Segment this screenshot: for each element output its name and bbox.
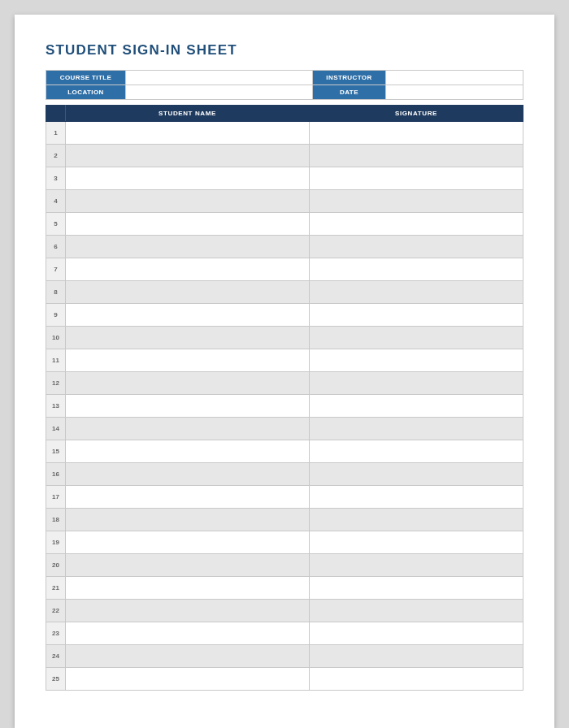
student-name-cell[interactable] [66, 418, 310, 440]
course-title-value[interactable] [126, 71, 313, 85]
meta-table: COURSE TITLE INSTRUCTOR LOCATION DATE [46, 70, 523, 100]
row-number: 19 [46, 531, 66, 554]
signature-cell[interactable] [310, 440, 523, 463]
meta-row-1: COURSE TITLE INSTRUCTOR [46, 71, 523, 85]
signature-cell[interactable] [310, 531, 523, 554]
table-row: 18 [46, 509, 523, 531]
table-row: 7 [46, 258, 523, 281]
student-name-cell[interactable] [66, 554, 310, 577]
date-label: DATE [313, 85, 386, 100]
signature-cell[interactable] [310, 509, 523, 531]
signature-cell[interactable] [310, 486, 523, 509]
student-name-cell[interactable] [66, 258, 310, 281]
row-number: 24 [46, 645, 66, 668]
signature-cell[interactable] [310, 122, 523, 145]
table-row: 15 [46, 440, 523, 463]
table-row: 13 [46, 395, 523, 418]
row-number: 14 [46, 418, 66, 440]
signature-cell[interactable] [310, 145, 523, 167]
student-name-cell[interactable] [66, 668, 310, 691]
student-name-cell[interactable] [66, 304, 310, 327]
row-number: 16 [46, 463, 66, 486]
table-row: 3 [46, 167, 523, 190]
student-name-cell[interactable] [66, 327, 310, 349]
student-name-cell[interactable] [66, 600, 310, 622]
student-name-cell[interactable] [66, 440, 310, 463]
row-number: 6 [46, 236, 66, 258]
row-number: 17 [46, 486, 66, 509]
header-student-name: STUDENT NAME [66, 106, 310, 122]
row-number: 23 [46, 622, 66, 645]
meta-row-2: LOCATION DATE [46, 85, 523, 100]
signature-cell[interactable] [310, 600, 523, 622]
row-number: 20 [46, 554, 66, 577]
table-row: 11 [46, 349, 523, 372]
student-name-cell[interactable] [66, 167, 310, 190]
row-number: 7 [46, 258, 66, 281]
table-row: 23 [46, 622, 523, 645]
signature-cell[interactable] [310, 258, 523, 281]
table-row: 9 [46, 304, 523, 327]
table-row: 4 [46, 190, 523, 213]
signature-cell[interactable] [310, 213, 523, 236]
table-row: 22 [46, 600, 523, 622]
signature-cell[interactable] [310, 645, 523, 668]
signature-cell[interactable] [310, 327, 523, 349]
student-name-cell[interactable] [66, 281, 310, 304]
table-row: 2 [46, 145, 523, 167]
signature-cell[interactable] [310, 349, 523, 372]
signature-cell[interactable] [310, 577, 523, 600]
instructor-value[interactable] [386, 71, 523, 85]
instructor-label: INSTRUCTOR [313, 71, 386, 85]
student-name-cell[interactable] [66, 145, 310, 167]
table-row: 14 [46, 418, 523, 440]
student-name-cell[interactable] [66, 372, 310, 395]
signature-cell[interactable] [310, 372, 523, 395]
row-number: 12 [46, 372, 66, 395]
signature-cell[interactable] [310, 281, 523, 304]
signature-cell[interactable] [310, 190, 523, 213]
student-name-cell[interactable] [66, 236, 310, 258]
location-label: LOCATION [46, 85, 126, 100]
student-name-cell[interactable] [66, 395, 310, 418]
student-name-cell[interactable] [66, 122, 310, 145]
row-number: 3 [46, 167, 66, 190]
row-number: 9 [46, 304, 66, 327]
signature-cell[interactable] [310, 668, 523, 691]
row-number: 11 [46, 349, 66, 372]
signature-cell[interactable] [310, 395, 523, 418]
table-row: 21 [46, 577, 523, 600]
signin-table: STUDENT NAME SIGNATURE 12345678910111213… [46, 105, 523, 691]
student-name-cell[interactable] [66, 190, 310, 213]
table-row: 20 [46, 554, 523, 577]
signature-cell[interactable] [310, 554, 523, 577]
row-number: 25 [46, 668, 66, 691]
student-name-cell[interactable] [66, 509, 310, 531]
table-row: 25 [46, 668, 523, 691]
signature-cell[interactable] [310, 236, 523, 258]
location-value[interactable] [126, 85, 313, 100]
signature-cell[interactable] [310, 418, 523, 440]
table-row: 16 [46, 463, 523, 486]
row-number: 8 [46, 281, 66, 304]
row-number: 5 [46, 213, 66, 236]
student-name-cell[interactable] [66, 622, 310, 645]
student-name-cell[interactable] [66, 349, 310, 372]
table-row: 24 [46, 645, 523, 668]
row-number: 1 [46, 122, 66, 145]
signature-cell[interactable] [310, 463, 523, 486]
student-name-cell[interactable] [66, 213, 310, 236]
signature-cell[interactable] [310, 622, 523, 645]
date-value[interactable] [386, 85, 523, 100]
student-name-cell[interactable] [66, 463, 310, 486]
table-row: 5 [46, 213, 523, 236]
course-title-label: COURSE TITLE [46, 71, 126, 85]
page: STUDENT SIGN-IN SHEET COURSE TITLE INSTR… [15, 15, 554, 728]
student-name-cell[interactable] [66, 486, 310, 509]
signature-cell[interactable] [310, 304, 523, 327]
row-number: 2 [46, 145, 66, 167]
student-name-cell[interactable] [66, 577, 310, 600]
signature-cell[interactable] [310, 167, 523, 190]
student-name-cell[interactable] [66, 531, 310, 554]
student-name-cell[interactable] [66, 645, 310, 668]
